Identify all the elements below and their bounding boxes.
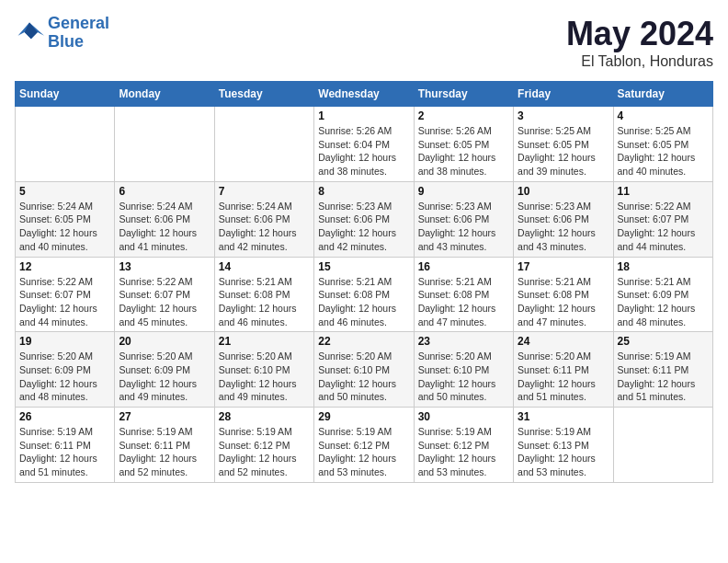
day-info: Sunrise: 5:22 AM Sunset: 6:07 PM Dayligh…	[618, 200, 709, 254]
calendar-cell: 30Sunrise: 5:19 AM Sunset: 6:12 PM Dayli…	[414, 408, 513, 483]
calendar-table: SundayMondayTuesdayWednesdayThursdayFrid…	[15, 81, 713, 483]
page-header: General Blue May 2024 El Tablon, Hondura…	[15, 15, 713, 70]
calendar-cell: 18Sunrise: 5:21 AM Sunset: 6:09 PM Dayli…	[613, 257, 712, 332]
day-info: Sunrise: 5:19 AM Sunset: 6:12 PM Dayligh…	[219, 425, 310, 479]
day-info: Sunrise: 5:20 AM Sunset: 6:09 PM Dayligh…	[119, 350, 210, 404]
weekday-header-friday: Friday	[514, 82, 613, 107]
day-number: 20	[119, 335, 210, 348]
calendar-cell: 1Sunrise: 5:26 AM Sunset: 6:04 PM Daylig…	[314, 107, 414, 182]
logo: General Blue	[15, 15, 109, 52]
calendar-cell: 22Sunrise: 5:20 AM Sunset: 6:10 PM Dayli…	[314, 332, 414, 408]
calendar-cell: 10Sunrise: 5:23 AM Sunset: 6:06 PM Dayli…	[514, 181, 613, 257]
day-number: 31	[518, 410, 609, 423]
day-number: 19	[19, 335, 110, 348]
calendar-cell: 16Sunrise: 5:21 AM Sunset: 6:08 PM Dayli…	[414, 257, 513, 332]
calendar-cell: 5Sunrise: 5:24 AM Sunset: 6:05 PM Daylig…	[16, 181, 115, 257]
day-number: 12	[19, 260, 110, 273]
day-info: Sunrise: 5:26 AM Sunset: 6:04 PM Dayligh…	[318, 124, 409, 178]
weekday-header-sunday: Sunday	[16, 82, 115, 107]
day-number: 11	[618, 185, 709, 198]
day-number: 26	[19, 410, 110, 423]
weekday-header-wednesday: Wednesday	[314, 82, 414, 107]
day-info: Sunrise: 5:23 AM Sunset: 6:06 PM Dayligh…	[518, 200, 609, 254]
calendar-cell: 15Sunrise: 5:21 AM Sunset: 6:08 PM Dayli…	[314, 257, 414, 332]
calendar-cell: 25Sunrise: 5:19 AM Sunset: 6:11 PM Dayli…	[613, 332, 712, 408]
day-number: 25	[618, 335, 709, 348]
calendar-cell: 14Sunrise: 5:21 AM Sunset: 6:08 PM Dayli…	[214, 257, 313, 332]
title-block: May 2024 El Tablon, Honduras	[566, 15, 713, 70]
calendar-cell	[115, 107, 214, 182]
day-number: 13	[119, 260, 210, 273]
calendar-cell: 3Sunrise: 5:25 AM Sunset: 6:05 PM Daylig…	[514, 107, 613, 182]
calendar-cell: 17Sunrise: 5:21 AM Sunset: 6:08 PM Dayli…	[514, 257, 613, 332]
day-number: 14	[219, 260, 310, 273]
weekday-header-thursday: Thursday	[414, 82, 513, 107]
day-info: Sunrise: 5:21 AM Sunset: 6:08 PM Dayligh…	[219, 275, 310, 329]
logo-bird-icon	[15, 20, 44, 46]
svg-marker-1	[25, 22, 38, 39]
logo-text: General Blue	[48, 15, 109, 52]
calendar-cell: 4Sunrise: 5:25 AM Sunset: 6:05 PM Daylig…	[613, 107, 712, 182]
calendar-cell: 27Sunrise: 5:19 AM Sunset: 6:11 PM Dayli…	[115, 408, 214, 483]
calendar-cell: 31Sunrise: 5:19 AM Sunset: 6:13 PM Dayli…	[514, 408, 613, 483]
day-number: 16	[418, 260, 509, 273]
day-info: Sunrise: 5:24 AM Sunset: 6:05 PM Dayligh…	[19, 200, 110, 254]
weekday-header-row: SundayMondayTuesdayWednesdayThursdayFrid…	[16, 82, 713, 107]
calendar-cell: 6Sunrise: 5:24 AM Sunset: 6:06 PM Daylig…	[115, 181, 214, 257]
day-number: 7	[219, 185, 310, 198]
day-info: Sunrise: 5:22 AM Sunset: 6:07 PM Dayligh…	[19, 275, 110, 329]
day-info: Sunrise: 5:20 AM Sunset: 6:10 PM Dayligh…	[219, 350, 310, 404]
calendar-cell: 21Sunrise: 5:20 AM Sunset: 6:10 PM Dayli…	[214, 332, 313, 408]
calendar-cell: 7Sunrise: 5:24 AM Sunset: 6:06 PM Daylig…	[214, 181, 313, 257]
weekday-header-saturday: Saturday	[613, 82, 712, 107]
day-info: Sunrise: 5:25 AM Sunset: 6:05 PM Dayligh…	[618, 124, 709, 178]
calendar-cell: 23Sunrise: 5:20 AM Sunset: 6:10 PM Dayli…	[414, 332, 513, 408]
day-info: Sunrise: 5:25 AM Sunset: 6:05 PM Dayligh…	[518, 124, 609, 178]
calendar-body: 1Sunrise: 5:26 AM Sunset: 6:04 PM Daylig…	[16, 107, 713, 483]
calendar-cell	[16, 107, 115, 182]
day-info: Sunrise: 5:20 AM Sunset: 6:10 PM Dayligh…	[418, 350, 509, 404]
day-info: Sunrise: 5:19 AM Sunset: 6:12 PM Dayligh…	[318, 425, 409, 479]
day-info: Sunrise: 5:21 AM Sunset: 6:09 PM Dayligh…	[618, 275, 709, 329]
day-number: 8	[318, 185, 409, 198]
calendar-week-row: 19Sunrise: 5:20 AM Sunset: 6:09 PM Dayli…	[16, 332, 713, 408]
day-number: 17	[518, 260, 609, 273]
location-subtitle: El Tablon, Honduras	[566, 53, 713, 70]
day-number: 2	[418, 109, 509, 122]
day-number: 30	[418, 410, 509, 423]
calendar-cell: 29Sunrise: 5:19 AM Sunset: 6:12 PM Dayli…	[314, 408, 414, 483]
day-info: Sunrise: 5:23 AM Sunset: 6:06 PM Dayligh…	[318, 200, 409, 254]
day-info: Sunrise: 5:19 AM Sunset: 6:12 PM Dayligh…	[418, 425, 509, 479]
day-info: Sunrise: 5:19 AM Sunset: 6:11 PM Dayligh…	[618, 350, 709, 404]
day-number: 3	[518, 109, 609, 122]
calendar-week-row: 26Sunrise: 5:19 AM Sunset: 6:11 PM Dayli…	[16, 408, 713, 483]
day-info: Sunrise: 5:20 AM Sunset: 6:09 PM Dayligh…	[19, 350, 110, 404]
calendar-header: SundayMondayTuesdayWednesdayThursdayFrid…	[16, 82, 713, 107]
calendar-cell: 20Sunrise: 5:20 AM Sunset: 6:09 PM Dayli…	[115, 332, 214, 408]
day-number: 27	[119, 410, 210, 423]
day-info: Sunrise: 5:24 AM Sunset: 6:06 PM Dayligh…	[119, 200, 210, 254]
calendar-cell: 19Sunrise: 5:20 AM Sunset: 6:09 PM Dayli…	[16, 332, 115, 408]
day-number: 21	[219, 335, 310, 348]
calendar-cell: 24Sunrise: 5:20 AM Sunset: 6:11 PM Dayli…	[514, 332, 613, 408]
calendar-week-row: 12Sunrise: 5:22 AM Sunset: 6:07 PM Dayli…	[16, 257, 713, 332]
month-title: May 2024	[566, 15, 713, 53]
calendar-cell: 28Sunrise: 5:19 AM Sunset: 6:12 PM Dayli…	[214, 408, 313, 483]
day-number: 23	[418, 335, 509, 348]
calendar-cell: 13Sunrise: 5:22 AM Sunset: 6:07 PM Dayli…	[115, 257, 214, 332]
day-info: Sunrise: 5:19 AM Sunset: 6:11 PM Dayligh…	[119, 425, 210, 479]
day-number: 22	[318, 335, 409, 348]
day-info: Sunrise: 5:19 AM Sunset: 6:11 PM Dayligh…	[19, 425, 110, 479]
day-number: 10	[518, 185, 609, 198]
calendar-cell: 8Sunrise: 5:23 AM Sunset: 6:06 PM Daylig…	[314, 181, 414, 257]
calendar-week-row: 1Sunrise: 5:26 AM Sunset: 6:04 PM Daylig…	[16, 107, 713, 182]
day-info: Sunrise: 5:21 AM Sunset: 6:08 PM Dayligh…	[518, 275, 609, 329]
day-info: Sunrise: 5:24 AM Sunset: 6:06 PM Dayligh…	[219, 200, 310, 254]
day-info: Sunrise: 5:21 AM Sunset: 6:08 PM Dayligh…	[418, 275, 509, 329]
day-number: 18	[618, 260, 709, 273]
day-number: 9	[418, 185, 509, 198]
day-number: 5	[19, 185, 110, 198]
day-number: 4	[618, 109, 709, 122]
calendar-cell	[613, 408, 712, 483]
day-number: 29	[318, 410, 409, 423]
